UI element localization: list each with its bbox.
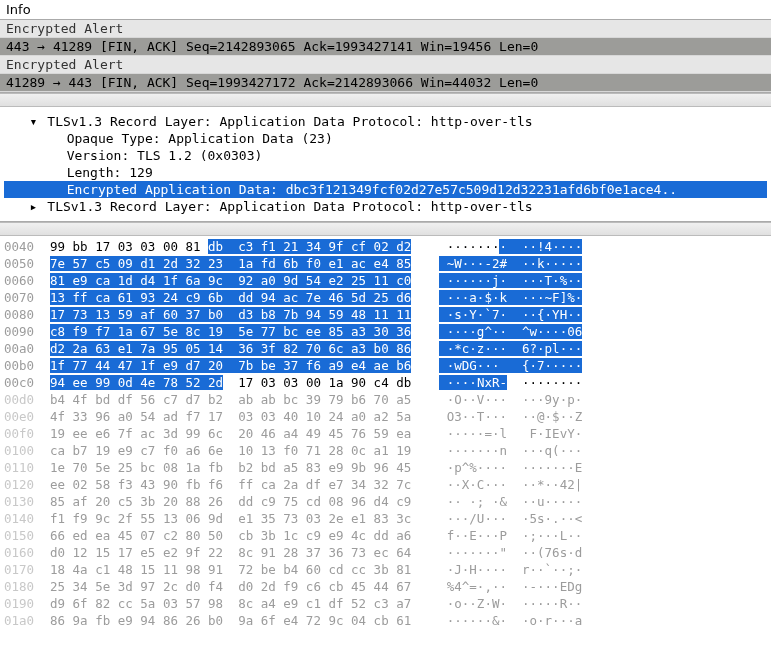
tree-label: TLSv1.3 Record Layer: Application Data P… (47, 199, 532, 214)
packet-list-hscrollbar[interactable] (0, 93, 771, 107)
hex-offset: 01a0 (4, 612, 50, 629)
hex-offset: 0050 (4, 255, 50, 272)
hex-ascii-highlight: ····NxR- (439, 375, 507, 390)
hex-bytes: ca b7 19 e9 c7 f0 a6 6e 10 13 f0 71 28 0… (50, 443, 411, 458)
hex-bytes: d9 6f 82 cc 5a 03 57 98 8c a4 e9 c1 df 5… (50, 596, 411, 611)
hex-row[interactable]: 006081 e9 ca 1d d4 1f 6a 9c 92 a0 9d 54 … (4, 272, 767, 289)
hex-bytes: 86 9a fb e9 94 86 26 b0 9a 6f e4 72 9c 0… (50, 613, 411, 628)
tree-node-version[interactable]: Version: TLS 1.2 (0x0303) (4, 147, 767, 164)
hex-offset: 0160 (4, 544, 50, 561)
hex-ascii-highlight: ···a·$·k ···~F]%· (439, 290, 582, 305)
hex-bytes-highlight: db c3 f1 21 34 9f cf 02 d2 (208, 239, 411, 254)
expand-toggle-icon[interactable]: ▾ (27, 113, 39, 130)
hex-bytes: b4 4f bd df 56 c7 d7 b2 ab ab bc 39 79 b… (50, 392, 411, 407)
hex-offset: 00e0 (4, 408, 50, 425)
hex-row[interactable]: 01a086 9a fb e9 94 86 26 b0 9a 6f e4 72 … (4, 612, 767, 629)
hex-offset: 0100 (4, 442, 50, 459)
hex-bytes-highlight: 13 ff ca 61 93 24 c9 6b dd 94 ac 7e 46 5… (50, 290, 411, 305)
tree-label: Length: 129 (67, 165, 153, 180)
hex-row[interactable]: 0090c8 f9 f7 1a 67 5e 8c 19 5e 77 bc ee … (4, 323, 767, 340)
hex-offset: 0080 (4, 306, 50, 323)
hex-bytes-highlight: 17 73 13 59 af 60 37 b0 d3 b8 7b 94 59 4… (50, 307, 411, 322)
hex-row[interactable]: 0100ca b7 19 e9 c7 f0 a6 6e 10 13 f0 71 … (4, 442, 767, 459)
hex-offset: 0120 (4, 476, 50, 493)
hex-ascii: ······&· ·o·r···a (439, 613, 582, 628)
hex-offset: 0110 (4, 459, 50, 476)
hex-offset: 0060 (4, 272, 50, 289)
hex-offset: 0140 (4, 510, 50, 527)
hex-row[interactable]: 013085 af 20 c5 3b 20 88 26 dd c9 75 cd … (4, 493, 767, 510)
hex-row[interactable]: 018025 34 5e 3d 97 2c d0 f4 d0 2d f9 c6 … (4, 578, 767, 595)
hex-offset: 0170 (4, 561, 50, 578)
hex-row[interactable]: 017018 4a c1 48 15 11 98 91 72 be b4 60 … (4, 561, 767, 578)
hex-ascii: ·· ·; ·& ··u····· (439, 494, 582, 509)
hex-ascii: ·······n ···q(··· (439, 443, 582, 458)
hex-offset: 0130 (4, 493, 50, 510)
hex-row[interactable]: 01101e 70 5e 25 bc 08 1a fb b2 bd a5 83 … (4, 459, 767, 476)
hex-ascii: ···/U··· ·5s·.··< (439, 511, 582, 526)
hex-bytes: 66 ed ea 45 07 c2 80 50 cb 3b 1c c9 e9 4… (50, 528, 411, 543)
hex-ascii: ·p^%···· ·······E (439, 460, 582, 475)
hex-ascii: ·O··V··· ···9y·p· (439, 392, 582, 407)
hex-ascii-highlight: ····g^·· ^w····06 (439, 324, 582, 339)
tree-node-tls-record-2[interactable]: ▸ TLSv1.3 Record Layer: Application Data… (4, 198, 767, 215)
packet-row[interactable]: Encrypted Alert (0, 20, 771, 38)
hex-ascii: ·o··Z·W· ·····R·· (439, 596, 582, 611)
hex-ascii: %4^=·,·· ·-···EDg (439, 579, 582, 594)
tree-label: Opaque Type: Application Data (23) (67, 131, 333, 146)
hex-view[interactable]: 004099 bb 17 03 03 00 81 db c3 f1 21 34 … (0, 236, 771, 631)
hex-ascii: ······· (439, 239, 499, 254)
hex-bytes: d0 12 15 17 e5 e2 9f 22 8c 91 28 37 36 7… (50, 545, 411, 560)
hex-ascii: f··E···P ·;···L·· (439, 528, 582, 543)
hex-ascii-highlight: ······j· ···T·%·· (439, 273, 582, 288)
packet-row[interactable]: 41289 → 443 [FIN, ACK] Seq=1993427172 Ac… (0, 74, 771, 92)
hex-offset: 0190 (4, 595, 50, 612)
tree-node-encrypted-app-data[interactable]: Encrypted Application Data: dbc3f121349f… (4, 181, 767, 198)
hex-bytes: 85 af 20 c5 3b 20 88 26 dd c9 75 cd 08 9… (50, 494, 411, 509)
tree-node-tls-record[interactable]: ▾ TLSv1.3 Record Layer: Application Data… (4, 113, 767, 130)
info-column-header[interactable]: Info (0, 0, 771, 20)
hex-row[interactable]: 00e04f 33 96 a0 54 ad f7 17 03 03 40 10 … (4, 408, 767, 425)
hex-offset: 0180 (4, 578, 50, 595)
hex-ascii-highlight: ·wDG··· {·7····· (439, 358, 582, 373)
hex-bytes: 19 ee e6 7f ac 3d 99 6c 20 46 a4 49 45 7… (50, 426, 411, 441)
packet-row[interactable]: Encrypted Alert (0, 56, 771, 74)
hex-row[interactable]: 007013 ff ca 61 93 24 c9 6b dd 94 ac 7e … (4, 289, 767, 306)
hex-row[interactable]: 00d0b4 4f bd df 56 c7 d7 b2 ab ab bc 39 … (4, 391, 767, 408)
hex-ascii-highlight: · ··!4···· (499, 239, 582, 254)
packet-row[interactable]: 443 → 41289 [FIN, ACK] Seq=2142893065 Ac… (0, 38, 771, 56)
hex-row[interactable]: 00507e 57 c5 09 d1 2d 32 23 1a fd 6b f0 … (4, 255, 767, 272)
hex-row[interactable]: 0140f1 f9 9c 2f 55 13 06 9d e1 35 73 03 … (4, 510, 767, 527)
hex-row[interactable]: 015066 ed ea 45 07 c2 80 50 cb 3b 1c c9 … (4, 527, 767, 544)
hex-bytes: 1e 70 5e 25 bc 08 1a fb b2 bd a5 83 e9 9… (50, 460, 411, 475)
hex-row[interactable]: 00c094 ee 99 0d 4e 78 52 2d 17 03 03 00 … (4, 374, 767, 391)
hex-bytes: 17 03 03 00 1a 90 c4 db (223, 375, 411, 390)
hex-bytes: 25 34 5e 3d 97 2c d0 f4 d0 2d f9 c6 cb 4… (50, 579, 411, 594)
hex-bytes-highlight: c8 f9 f7 1a 67 5e 8c 19 5e 77 bc ee 85 a… (50, 324, 411, 339)
hex-row[interactable]: 0190d9 6f 82 cc 5a 03 57 98 8c a4 e9 c1 … (4, 595, 767, 612)
hex-row[interactable]: 0120ee 02 58 f3 43 90 fb f6 ff ca 2a df … (4, 476, 767, 493)
hex-row[interactable]: 00a0d2 2a 63 e1 7a 95 05 14 36 3f 82 70 … (4, 340, 767, 357)
hex-offset: 0090 (4, 323, 50, 340)
hex-row[interactable]: 008017 73 13 59 af 60 37 b0 d3 b8 7b 94 … (4, 306, 767, 323)
tree-hscrollbar[interactable] (0, 222, 771, 236)
hex-offset: 0040 (4, 238, 50, 255)
hex-row[interactable]: 0160d0 12 15 17 e5 e2 9f 22 8c 91 28 37 … (4, 544, 767, 561)
hex-row[interactable]: 00f019 ee e6 7f ac 3d 99 6c 20 46 a4 49 … (4, 425, 767, 442)
tree-label: Encrypted Application Data: dbc3f121349f… (67, 182, 677, 197)
expand-toggle-icon[interactable]: ▸ (27, 198, 39, 215)
hex-bytes: f1 f9 9c 2f 55 13 06 9d e1 35 73 03 2e e… (50, 511, 411, 526)
hex-offset: 00c0 (4, 374, 50, 391)
tree-node-length[interactable]: Length: 129 (4, 164, 767, 181)
tree-label: Version: TLS 1.2 (0x0303) (67, 148, 263, 163)
hex-row[interactable]: 004099 bb 17 03 03 00 81 db c3 f1 21 34 … (4, 238, 767, 255)
tree-node-opaque-type[interactable]: Opaque Type: Application Data (23) (4, 130, 767, 147)
hex-row[interactable]: 00b01f 77 44 47 1f e9 d7 20 7b be 37 f6 … (4, 357, 767, 374)
hex-bytes: 99 bb 17 03 03 00 81 (50, 239, 208, 254)
hex-ascii-highlight: ~W···-2# ··k····· (439, 256, 582, 271)
hex-bytes-highlight: 1f 77 44 47 1f e9 d7 20 7b be 37 f6 a9 e… (50, 358, 411, 373)
hex-offset: 00d0 (4, 391, 50, 408)
hex-ascii: ········ (507, 375, 582, 390)
hex-ascii: O3··T··· ··@·$··Z (439, 409, 582, 424)
hex-offset: 00a0 (4, 340, 50, 357)
